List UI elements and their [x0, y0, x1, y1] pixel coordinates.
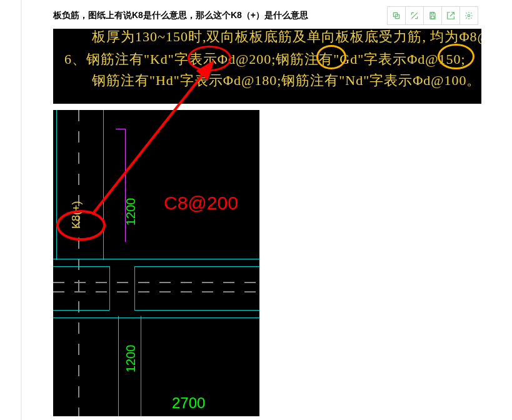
svg-point-4: [468, 14, 470, 17]
annotation-c8-200: C8@200: [164, 192, 238, 214]
thread-indent-line: [21, 0, 22, 420]
wall-line: [118, 316, 119, 416]
share-icon: [446, 11, 455, 20]
expand-button[interactable]: [406, 6, 424, 25]
grid-line-h1: [53, 282, 259, 283]
dimension-1200-lower: 1200: [124, 345, 138, 373]
save-button[interactable]: [424, 6, 442, 25]
dimension-2700: 2700: [172, 394, 205, 412]
wall-line: [134, 266, 259, 267]
grid-line-vertical: [78, 110, 79, 416]
save-icon: [428, 11, 437, 20]
settings-button[interactable]: [460, 6, 478, 25]
svg-rect-2: [431, 12, 434, 14]
dimension-1200-upper: 1200: [124, 198, 138, 226]
wall-line: [141, 316, 141, 416]
wall-line: [53, 318, 259, 318]
wall-line: [134, 310, 259, 311]
svg-rect-3: [431, 16, 434, 19]
highlight-circle-150: [438, 44, 474, 69]
cad-text-line3: 钢筋注有"Hd"字表示Φd@180;钢筋注有"Nd"字表示Φd@100。: [92, 71, 481, 90]
wall-line: [56, 110, 57, 260]
post-title: 板负筋，图纸上有说K8是什么意思，那么这个K8（+）是什么意思: [53, 10, 308, 21]
highlight-circle-k8: [56, 210, 106, 241]
wall-line: [134, 266, 135, 310]
gear-icon: [464, 11, 473, 20]
post-header: 板负筋，图纸上有说K8是什么意思，那么这个K8（+）是什么意思: [53, 6, 484, 25]
highlight-circle-200: [188, 46, 231, 71]
wall-line: [53, 266, 109, 267]
page-root: 板负筋，图纸上有说K8是什么意思，那么这个K8（+）是什么意思 板厚为130~1…: [0, 0, 512, 420]
wall-line: [53, 259, 259, 259]
cad-text-line1: 板厚为130~150时,双向板板底筋及单向板板底受力筋, 均为Φ8@150。: [92, 29, 481, 46]
grid-line-h2: [53, 291, 259, 292]
copy-button[interactable]: [387, 6, 406, 25]
cad-text-line2: 6、钢筋注有"Kd"字表示Φd@200;钢筋注有"Gd"字表示Φd@150;: [64, 50, 466, 69]
highlight-circle-gd: [316, 45, 346, 69]
copy-icon: [392, 11, 401, 20]
cad-note-panel: 板厚为130~150时,双向板板底筋及单向板板底受力筋, 均为Φ8@150。 6…: [53, 29, 481, 104]
share-button[interactable]: [442, 6, 460, 25]
wall-line: [53, 310, 109, 311]
cad-plan-panel: K8(+) 1200 1200 2700: [53, 110, 259, 416]
wall-line: [109, 266, 110, 310]
post-toolbar: [387, 6, 478, 25]
wall-line: [103, 110, 104, 260]
expand-icon: [410, 11, 419, 20]
